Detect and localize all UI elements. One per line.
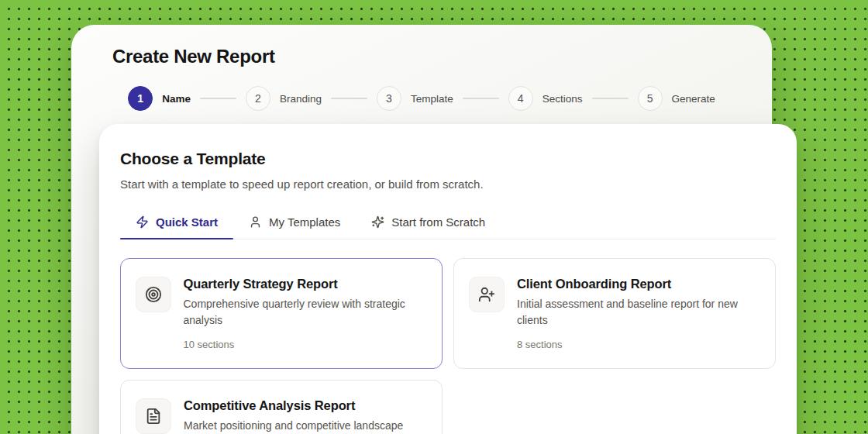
- template-tabs: Quick Start My Templates Start from Scra…: [120, 209, 776, 239]
- template-description: Initial assessment and baseline report f…: [517, 296, 749, 329]
- step-connector: [592, 98, 629, 99]
- step-branding[interactable]: 2 Branding: [246, 86, 322, 111]
- panel-title: Choose a Template: [120, 150, 776, 168]
- step-connector: [463, 98, 499, 99]
- step-label: Generate: [672, 93, 715, 105]
- step-label: Sections: [542, 93, 583, 105]
- template-card-client-onboarding[interactable]: Client Onboarding Report Initial assessm…: [453, 258, 776, 369]
- page-title: Create New Report: [112, 46, 772, 67]
- template-title: Client Onboarding Report: [517, 277, 749, 291]
- step-connector: [200, 98, 236, 99]
- step-label: Branding: [280, 93, 322, 105]
- tab-label: My Templates: [269, 215, 340, 229]
- step-name[interactable]: 1 Name: [128, 86, 191, 111]
- step-connector: [331, 98, 367, 99]
- tab-quick-start[interactable]: Quick Start: [120, 209, 233, 239]
- wizard-stepper: 1 Name 2 Branding 3 Template 4 Sections …: [71, 86, 772, 111]
- template-description: Market positioning and competitive lands…: [184, 418, 403, 434]
- tab-label: Quick Start: [156, 215, 218, 229]
- step-generate[interactable]: 5 Generate: [638, 86, 715, 111]
- step-number-badge: 4: [508, 86, 533, 111]
- template-title: Quarterly Strategy Report: [184, 277, 416, 291]
- tab-label: Start from Scratch: [391, 215, 485, 229]
- file-text-icon: [136, 398, 171, 434]
- template-title: Competitive Analysis Report: [184, 398, 403, 413]
- template-card-competitive-analysis[interactable]: Competitive Analysis Report Market posit…: [120, 380, 443, 434]
- tab-my-templates[interactable]: My Templates: [233, 209, 356, 239]
- zap-icon: [136, 215, 149, 229]
- step-number-badge: 2: [246, 86, 270, 111]
- step-template[interactable]: 3 Template: [377, 86, 453, 111]
- template-description: Comprehensive quarterly review with stra…: [184, 296, 416, 329]
- step-number-badge: 3: [377, 86, 401, 111]
- dotted-background: { "page": { "title": "Create New Report"…: [0, 0, 868, 434]
- step-label: Template: [411, 93, 453, 105]
- sparkles-icon: [371, 215, 384, 229]
- step-number-badge: 5: [638, 86, 663, 111]
- template-grid: Quarterly Strategy Report Comprehensive …: [120, 258, 776, 434]
- template-card-quarterly-strategy[interactable]: Quarterly Strategy Report Comprehensive …: [120, 258, 443, 369]
- step-label: Name: [162, 93, 191, 105]
- user-plus-icon: [469, 277, 505, 312]
- template-section-count: 10 sections: [184, 339, 416, 350]
- step-sections[interactable]: 4 Sections: [508, 86, 583, 111]
- template-section-count: 8 sections: [517, 339, 749, 350]
- user-icon: [249, 215, 262, 229]
- choose-template-panel: Choose a Template Start with a template …: [99, 124, 797, 434]
- panel-subtitle: Start with a template to speed up report…: [120, 177, 776, 191]
- tab-start-from-scratch[interactable]: Start from Scratch: [356, 209, 501, 239]
- step-number-badge: 1: [128, 86, 153, 111]
- target-icon: [136, 277, 171, 312]
